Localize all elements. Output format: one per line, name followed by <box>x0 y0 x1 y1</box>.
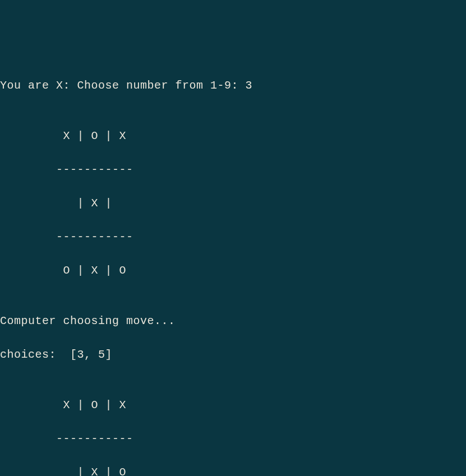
board2-row1: X | O | X <box>0 397 466 414</box>
board1-row2: | X | <box>0 195 466 212</box>
player-prompt-1: You are X: Choose number from 1-9: 3 <box>0 77 466 94</box>
computer-choices: choices: [3, 5] <box>0 346 466 363</box>
board1-sep2: ----------- <box>0 229 466 246</box>
computer-thinking: Computer choosing move... <box>0 313 466 330</box>
board1-row1: X | O | X <box>0 128 466 145</box>
board1-sep1: ----------- <box>0 161 466 178</box>
board2-sep1: ----------- <box>0 431 466 447</box>
board1-row3: O | X | O <box>0 262 466 279</box>
board2-row2: | X | O <box>0 464 466 476</box>
